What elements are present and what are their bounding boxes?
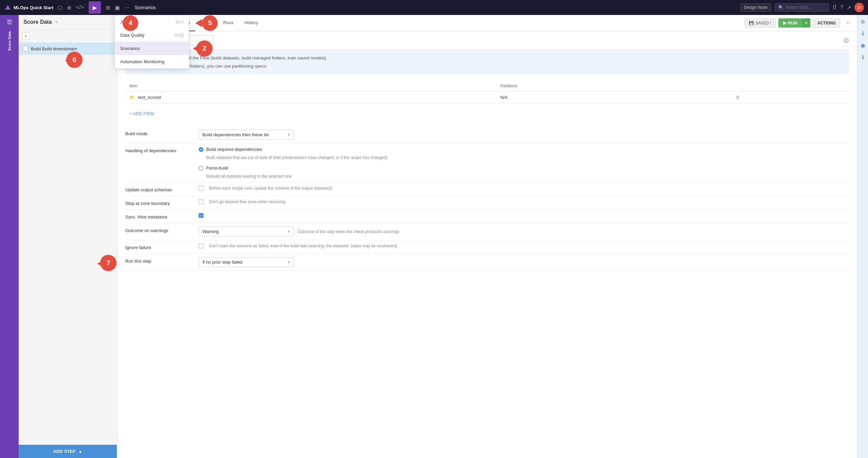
items-table: Item Partitions 📁 test_scored N/A 🗑 bbox=[125, 81, 849, 104]
user-avatar[interactable]: U bbox=[854, 3, 864, 12]
radio-empty-icon bbox=[199, 166, 203, 171]
right-icon-4[interactable]: ℹ bbox=[862, 54, 864, 60]
help-icon[interactable]: ? bbox=[840, 4, 843, 11]
navbar-right: Design Node 🔍 Search DSS... ⠿ ? ↗ U bbox=[740, 3, 864, 12]
add-step-button[interactable]: ADD STEP ▲ bbox=[19, 445, 117, 458]
form-row-outcome: Outcome on warnings Warning ▾ Outcome of… bbox=[125, 223, 849, 240]
run-dropdown-button[interactable]: ▾ bbox=[802, 18, 810, 28]
radio-group: Build required dependencies Build datase… bbox=[199, 147, 849, 179]
badge-7: 7 bbox=[100, 255, 116, 271]
run-play-icon: ▶ bbox=[783, 20, 786, 25]
left-panel-header: Score Data ✎ bbox=[19, 15, 117, 30]
schemas-control: Before each recipe runs, update the sche… bbox=[199, 186, 849, 191]
schemas-checkbox[interactable] bbox=[199, 186, 203, 191]
monitor-icon[interactable]: ▣ bbox=[115, 4, 120, 11]
saved-button[interactable]: 💾 SAVED ! bbox=[744, 18, 775, 28]
form-row-run-step: Run this step If no prior step failed ▾ bbox=[125, 254, 849, 271]
more-icon[interactable]: ··· bbox=[125, 4, 129, 11]
step-desc-sub: For partitioned datasets (and folders), … bbox=[132, 63, 842, 70]
actions-button[interactable]: ACTIONS bbox=[813, 18, 840, 28]
airflow-icon bbox=[4, 4, 12, 11]
right-icon-3[interactable]: ◉ bbox=[861, 42, 865, 49]
zone-control: Don't go beyond flow zone when recursing bbox=[199, 199, 849, 204]
search-placeholder: Search DSS... bbox=[785, 5, 811, 10]
design-node-button[interactable]: Design Node bbox=[740, 3, 771, 12]
dataset-icon[interactable]: ⊞ bbox=[106, 4, 110, 11]
table-row: 📁 test_scored N/A 🗑 bbox=[125, 91, 849, 104]
radio-build-required[interactable]: Build required dependencies bbox=[199, 147, 849, 152]
form-row-zone: Stop at zone boundary Don't go beyond fl… bbox=[125, 196, 849, 210]
build-mode-select[interactable]: Build dependencies then these ite ▾ bbox=[199, 130, 294, 140]
share-icon[interactable]: ⬡ bbox=[57, 4, 62, 11]
external-icon[interactable]: ↗ bbox=[847, 4, 851, 11]
folder-icon: 📁 bbox=[129, 95, 135, 100]
scenario-title: Score Data bbox=[23, 19, 52, 25]
hamburger-icon[interactable]: ☰ bbox=[7, 18, 12, 26]
form-row-build-mode: Build mode Build dependencies then these… bbox=[125, 126, 849, 143]
run-step-value: If no prior step failed bbox=[202, 260, 242, 265]
schemas-desc: Before each recipe runs, update the sche… bbox=[209, 186, 332, 191]
scenarios-label: Scenarios bbox=[135, 5, 156, 10]
apps-icon[interactable]: ⠿ bbox=[832, 4, 837, 11]
data-quality-shortcut: G+Q bbox=[175, 33, 183, 38]
step-more-icon[interactable]: ··· bbox=[109, 46, 113, 51]
main-layout: ☰ Score Data Score Data ✎ ▾ Build Build … bbox=[0, 15, 868, 458]
code-icon[interactable]: </> bbox=[76, 4, 84, 11]
data-quality-label: Data Quality bbox=[120, 33, 145, 38]
edit-icon[interactable]: ✎ bbox=[55, 19, 59, 25]
right-icon-1[interactable]: ⊕ bbox=[861, 18, 865, 25]
back-icon[interactable]: ← bbox=[846, 19, 852, 27]
navbar: MLOps Quick Start ⬡ ⊕ </> ▶ ⊞ ▣ ··· Scen… bbox=[0, 0, 868, 15]
run-step-label: Run this step bbox=[125, 257, 193, 264]
search-icon: 🔍 bbox=[778, 5, 783, 10]
schemas-label: Update output schemas bbox=[125, 186, 193, 192]
ignore-checkbox[interactable] bbox=[199, 244, 203, 248]
grid-icon[interactable]: ⊕ bbox=[67, 4, 71, 11]
left-panel: Score Data ✎ ▾ Build Build downstream ··… bbox=[19, 15, 117, 458]
run-button[interactable]: ▶ RUN bbox=[778, 18, 802, 28]
dropdown-scenarios[interactable]: Scenarios 2 bbox=[115, 42, 189, 55]
outcome-select[interactable]: Warning ▾ bbox=[199, 227, 294, 236]
step-content: Build all "computable" items of the Flow… bbox=[117, 50, 857, 458]
col-item: Item bbox=[125, 81, 496, 91]
radio-force-desc: Rebuild all datasets leading to the sele… bbox=[206, 174, 849, 179]
jobs-shortcut: G+J bbox=[176, 20, 183, 24]
form-row-hive: Sync. Hive metastore ✓ bbox=[125, 210, 849, 223]
radio-force-build[interactable]: Force-build bbox=[199, 165, 849, 171]
step-label: Build Build downstream bbox=[31, 46, 106, 51]
right-icon-2[interactable]: ℹ bbox=[862, 30, 864, 37]
add-item-button[interactable]: + ADD ITEM bbox=[125, 109, 158, 118]
step-list: Build Build downstream ··· bbox=[19, 42, 117, 445]
build-mode-value: Build dependencies then these ite bbox=[202, 132, 269, 137]
delete-icon[interactable]: 🗑 bbox=[736, 95, 740, 100]
tab-runs[interactable]: Runs bbox=[218, 15, 239, 31]
hive-checkbox-checked[interactable]: ✓ bbox=[199, 213, 203, 218]
run-tab[interactable]: ▶ bbox=[89, 1, 101, 14]
step-item-build[interactable]: Build Build downstream ··· bbox=[19, 42, 117, 55]
form-section: Build mode Build dependencies then these… bbox=[125, 126, 849, 271]
dropdown-automation[interactable]: Automation Monitoring bbox=[115, 55, 189, 68]
left-panel-toolbar: ▾ bbox=[19, 30, 117, 42]
search-box[interactable]: 🔍 Search DSS... bbox=[775, 3, 829, 12]
run-step-select[interactable]: If no prior step failed ▾ bbox=[199, 257, 294, 267]
tab-history[interactable]: History bbox=[239, 15, 264, 31]
zone-label: Stop at zone boundary bbox=[125, 199, 193, 206]
form-row-handling: Handling of dependencies Build required … bbox=[125, 143, 849, 182]
tab-bar: 4 Settings Steps 5 Run bbox=[117, 15, 857, 31]
automation-label: Automation Monitoring bbox=[120, 59, 164, 64]
dropdown-data-quality[interactable]: Data Quality G+Q bbox=[115, 29, 189, 42]
item-partitions: N/A bbox=[496, 91, 731, 104]
item-name: test_scored bbox=[138, 95, 161, 100]
power-icon[interactable]: ⏻ bbox=[844, 37, 849, 43]
form-row-schemas: Update output schemas Before each recipe… bbox=[125, 182, 849, 196]
outcome-desc: Outcome of the step when the check produ… bbox=[298, 229, 399, 234]
select-all-checkbox[interactable]: ▾ bbox=[22, 32, 30, 40]
handling-control: Build required dependencies Build datase… bbox=[199, 147, 849, 179]
zone-checkbox[interactable] bbox=[199, 199, 203, 204]
badge-5: 5 bbox=[202, 15, 218, 31]
form-row-ignore: Ignore failure Don't mark the scenario a… bbox=[125, 240, 849, 254]
app-logo[interactable]: MLOps Quick Start bbox=[4, 4, 53, 11]
scenarios-menu-label: Scenarios bbox=[120, 46, 140, 51]
badge-arrow-5-left bbox=[195, 19, 202, 27]
step-checkbox[interactable] bbox=[23, 46, 28, 51]
